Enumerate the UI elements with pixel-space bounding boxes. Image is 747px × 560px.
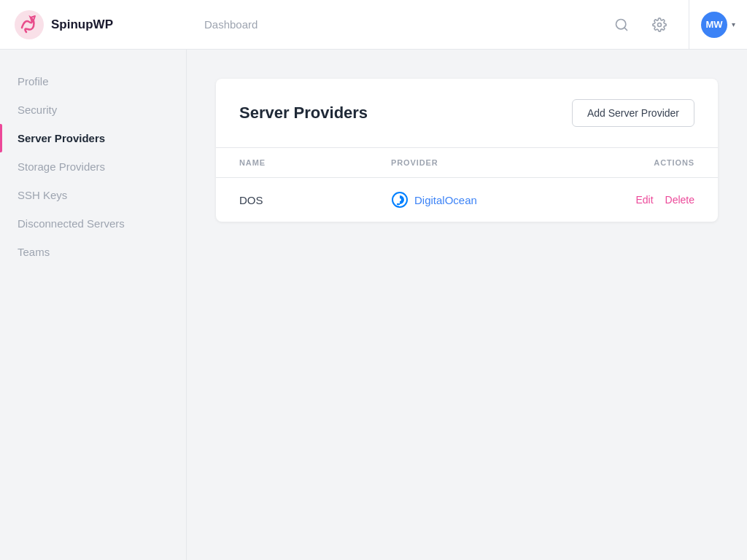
delete-button[interactable]: Delete bbox=[665, 194, 694, 206]
sidebar-item-teams[interactable]: Teams bbox=[0, 238, 186, 266]
sidebar-item-label-server-providers: Server Providers bbox=[18, 132, 105, 144]
nav-dashboard-label: Dashboard bbox=[204, 18, 258, 31]
row-provider-cell: DigitalOcean bbox=[391, 191, 543, 209]
add-server-provider-button[interactable]: Add Server Provider bbox=[572, 99, 694, 127]
sidebar-item-security[interactable]: Security bbox=[0, 96, 186, 124]
avatar-area[interactable]: MW ▾ bbox=[689, 0, 747, 50]
layout: Profile Security Server Providers Storag… bbox=[0, 50, 747, 560]
card-header: Server Providers Add Server Provider bbox=[216, 79, 718, 148]
logo-area: SpinupWP bbox=[0, 10, 187, 39]
topnav: SpinupWP Dashboard MW ▾ bbox=[0, 0, 747, 50]
logo-text: SpinupWP bbox=[51, 18, 113, 32]
nav-center: Dashboard bbox=[187, 18, 610, 31]
sidebar-item-disconnected-servers[interactable]: Disconnected Servers bbox=[0, 209, 186, 238]
svg-point-0 bbox=[15, 10, 44, 39]
sidebar-item-profile[interactable]: Profile bbox=[0, 67, 186, 96]
svg-point-3 bbox=[658, 23, 662, 26]
column-header-name: NAME bbox=[239, 158, 391, 167]
row-actions: Edit Delete bbox=[543, 194, 694, 206]
search-icon bbox=[614, 18, 629, 32]
avatar: MW bbox=[701, 12, 727, 38]
spinupwp-logo-icon bbox=[15, 10, 44, 39]
sidebar: Profile Security Server Providers Storag… bbox=[0, 50, 187, 560]
column-header-actions: ACTIONS bbox=[543, 158, 694, 167]
sidebar-item-ssh-keys[interactable]: SSH Keys bbox=[0, 181, 186, 209]
sidebar-item-storage-providers[interactable]: Storage Providers bbox=[0, 152, 186, 181]
table-header: NAME PROVIDER ACTIONS bbox=[216, 148, 718, 178]
server-providers-card: Server Providers Add Server Provider NAM… bbox=[216, 79, 718, 222]
gear-icon bbox=[652, 18, 667, 32]
sidebar-item-label-profile: Profile bbox=[18, 75, 49, 88]
digitalocean-logo-icon bbox=[391, 191, 409, 209]
table-row: DOS DigitalOcean Edit Delete bbox=[216, 178, 718, 222]
search-button[interactable] bbox=[610, 13, 633, 36]
row-provider-name: DigitalOcean bbox=[414, 194, 477, 206]
edit-button[interactable]: Edit bbox=[635, 194, 653, 206]
card-title: Server Providers bbox=[239, 104, 368, 122]
nav-right bbox=[610, 13, 689, 36]
settings-button[interactable] bbox=[648, 13, 671, 36]
sidebar-item-label-disconnected-servers: Disconnected Servers bbox=[18, 217, 125, 230]
sidebar-item-label-teams: Teams bbox=[18, 246, 50, 258]
svg-rect-5 bbox=[397, 203, 400, 205]
sidebar-item-label-ssh-keys: SSH Keys bbox=[18, 189, 67, 201]
sidebar-item-label-security: Security bbox=[18, 104, 57, 116]
chevron-down-icon: ▾ bbox=[732, 20, 735, 28]
row-name: DOS bbox=[239, 194, 391, 206]
sidebar-item-server-providers[interactable]: Server Providers bbox=[0, 124, 186, 152]
sidebar-item-label-storage-providers: Storage Providers bbox=[18, 160, 105, 173]
svg-rect-6 bbox=[397, 206, 399, 207]
main-content: Server Providers Add Server Provider NAM… bbox=[187, 50, 747, 560]
column-header-provider: PROVIDER bbox=[391, 158, 543, 167]
svg-line-2 bbox=[624, 27, 627, 30]
